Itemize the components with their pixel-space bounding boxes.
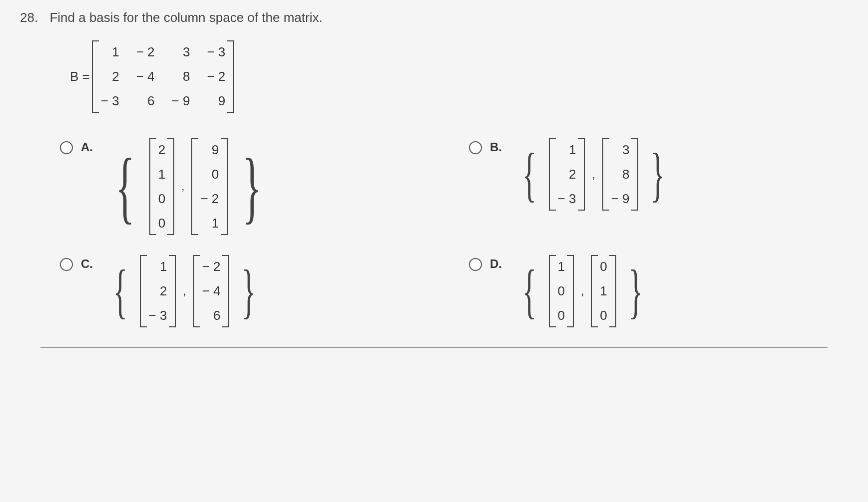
right-brace-icon: } [242,270,256,312]
left-brace-icon: { [113,270,127,312]
matrix-cell: − 4 [136,69,155,84]
vec-cell: 9 [200,142,219,158]
vec-cell: 3 [611,142,630,158]
option-A-set: { 2 1 0 0 , 9 0 − 2 1 } [106,138,271,235]
vector: 2 1 0 0 [149,138,174,235]
vec-cell: 1 [558,259,565,274]
options-grid: A. { 2 1 0 0 , 9 0 − 2 1 } [60,138,848,327]
comma: , [592,168,595,181]
vector: 1 2 − 3 [140,255,176,327]
matrix-cell: − 9 [172,93,190,109]
matrix-cell: 9 [207,93,225,109]
vec-cell: 0 [158,216,165,231]
comma: , [181,180,184,193]
option-label-B: B. [490,140,502,154]
vec-cell: 1 [158,167,165,182]
option-B-set: { 1 2 − 3 , 3 8 − 9 } [515,138,672,211]
option-B[interactable]: B. { 1 2 − 3 , 3 8 − 9 } [469,138,848,235]
vec-cell: 0 [558,308,565,323]
vec-cell: − 4 [202,283,221,299]
vec-cell: 0 [600,308,607,323]
vector: 9 0 − 2 1 [191,138,228,235]
option-A[interactable]: A. { 2 1 0 0 , 9 0 − 2 1 } [60,138,439,235]
option-label-D: D. [490,257,502,271]
right-brace-icon: } [651,154,665,196]
comma: , [183,285,186,298]
matrix-B: 1 − 2 3 − 3 2 − 4 8 − 2 − 3 6 − 9 9 [92,40,235,113]
bottom-divider [40,347,827,348]
vec-cell: 1 [149,259,167,274]
vec-cell: 0 [200,167,219,182]
right-brace-icon: } [628,270,643,312]
matrix-cell: 3 [172,44,190,60]
vec-cell: − 3 [558,191,576,207]
option-C-set: { 1 2 − 3 , − 2 − 4 6 } [106,255,263,327]
vec-cell: 2 [158,142,165,158]
matrix-cell: 2 [101,69,119,84]
vec-cell: 0 [600,259,607,274]
question-text: Find a basis for the column space of the… [49,10,322,25]
matrix-cell: 1 [101,44,119,60]
radio-B[interactable] [469,141,482,154]
vector: 3 8 − 9 [602,138,639,211]
right-brace-icon: } [242,159,261,215]
radio-D[interactable] [469,258,482,271]
comma: , [581,285,584,298]
vec-cell: − 2 [200,191,219,207]
matrix-cell: − 2 [207,69,225,84]
vec-cell: 1 [558,142,576,158]
matrix-cell: − 2 [136,44,155,60]
vector: − 2 − 4 6 [193,255,230,327]
matrix-cell: 8 [172,69,190,84]
matrix-cell: − 3 [207,44,225,60]
option-D-set: { 1 0 0 , 0 1 0 } [515,255,650,327]
option-label-A: A. [81,140,93,154]
matrix-cell: 6 [136,93,155,109]
vector: 0 1 0 [591,255,616,327]
matrix-cell: − 3 [101,93,119,109]
vec-cell: 8 [611,167,630,182]
matrix-definition: B = 1 − 2 3 − 3 2 − 4 8 − 2 − 3 6 − 9 9 [70,40,848,113]
matrix-label: B = [70,69,90,84]
vector: 1 0 0 [549,255,574,327]
vec-cell: 2 [149,283,167,299]
left-brace-icon: { [522,270,536,312]
divider [20,123,807,123]
option-D[interactable]: D. { 1 0 0 , 0 1 0 } [469,255,848,327]
vector: 1 2 − 3 [549,138,585,211]
vec-cell: 0 [158,191,165,207]
option-C[interactable]: C. { 1 2 − 3 , − 2 − 4 6 } [60,255,439,327]
vec-cell: − 2 [202,259,221,274]
question-header: 28. Find a basis for the column space of… [20,10,848,25]
vec-cell: 0 [558,283,565,299]
vec-cell: 1 [600,283,607,299]
option-label-C: C. [81,257,93,271]
radio-A[interactable] [60,141,73,154]
radio-C[interactable] [60,258,73,271]
left-brace-icon: { [115,159,134,215]
vec-cell: 6 [202,308,221,323]
vec-cell: − 3 [149,308,167,323]
question-number: 28. [20,10,38,25]
vec-cell: 2 [558,167,576,182]
vec-cell: − 9 [611,191,630,207]
left-brace-icon: { [522,154,536,196]
vec-cell: 1 [200,216,219,231]
